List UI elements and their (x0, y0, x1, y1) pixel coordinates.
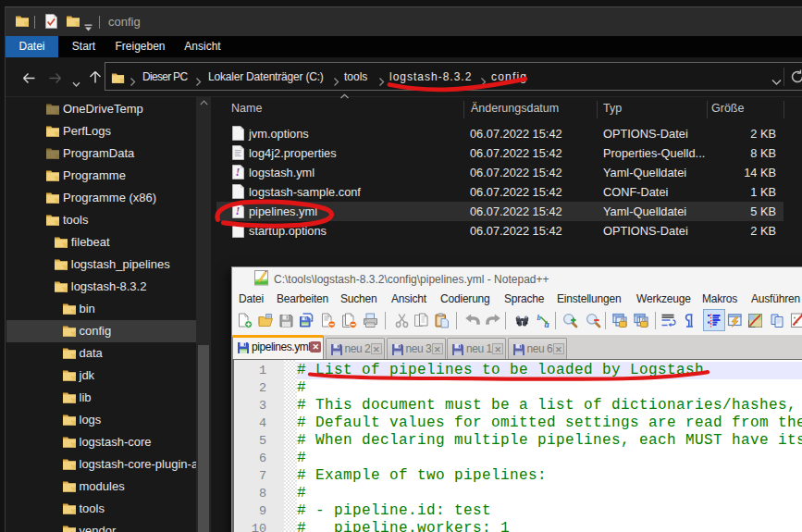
properties-quick-icon[interactable] (45, 14, 57, 32)
ribbon-tab-datei[interactable]: Datei (6, 36, 58, 57)
column-separator[interactable] (597, 101, 598, 118)
macro-record-icon[interactable] (791, 313, 802, 328)
zoom-in-icon[interactable] (562, 313, 578, 328)
tree-item[interactable]: tools (6, 209, 216, 231)
close-tab-icon[interactable]: ✕ (371, 343, 382, 354)
tree-item[interactable]: logstash-core-plugin-ap (6, 453, 216, 476)
editor-line[interactable]: # When declaring multiple pipelines, eac… (297, 432, 802, 450)
npp-menu-ansicht[interactable]: Ansicht (391, 289, 426, 309)
qat-customize-icon[interactable] (84, 19, 93, 35)
refresh-icon[interactable] (790, 69, 802, 88)
tree-item[interactable]: Programme (6, 165, 216, 187)
file-row[interactable]: logstash-sample.conf06.07.2022 15:42CONF… (216, 182, 783, 202)
tree-item[interactable]: modules (6, 476, 216, 498)
indent-guide-icon[interactable] (707, 313, 722, 328)
npp-tab-neu-6[interactable]: neu 6✕ (508, 338, 567, 359)
close-tab-icon[interactable]: ✕ (432, 343, 443, 354)
editor-line[interactable]: # - pipeline.id: test (297, 502, 802, 520)
tree-item[interactable]: logs (6, 409, 216, 431)
zoom-out-icon[interactable] (586, 313, 601, 328)
file-row[interactable]: startup.options06.07.2022 15:42OPTIONS-D… (216, 221, 783, 241)
column-separator[interactable] (783, 101, 784, 118)
tree-item[interactable]: logstash-core (6, 431, 216, 453)
redo-icon[interactable] (486, 313, 501, 328)
function-list-icon[interactable] (727, 313, 743, 328)
column-header-gr-e[interactable]: Größe (711, 102, 744, 115)
copy-icon[interactable] (413, 313, 429, 328)
npp-menu-makros[interactable]: Makros (702, 289, 737, 309)
tree-item[interactable]: config (6, 320, 216, 342)
new-file-icon[interactable] (237, 313, 253, 328)
npp-menu-werkzeuge[interactable]: Werkzeuge (636, 289, 691, 309)
sync-vertical-icon[interactable] (612, 313, 628, 328)
document-map-icon[interactable] (747, 313, 763, 328)
column-separator[interactable] (463, 101, 464, 118)
editor-line[interactable]: # This document must be a list of dictio… (297, 397, 802, 414)
close-all-icon[interactable] (341, 313, 357, 328)
breadcrumb-item[interactable]: Dieser PC (142, 70, 187, 83)
npp-menu-datei[interactable]: Datei (239, 289, 264, 309)
npp-tab-neu-2[interactable]: neu 2✕ (326, 338, 385, 359)
npp-tab-neu-3[interactable]: neu 3✕ (387, 338, 446, 359)
new-folder-quick-icon[interactable] (66, 14, 80, 32)
ribbon-tab-start[interactable]: Start (58, 36, 109, 57)
tree-item[interactable]: tools (6, 498, 216, 520)
breadcrumb-item[interactable]: logstash-8.3.2 (389, 70, 472, 83)
close-icon[interactable] (320, 313, 336, 328)
breadcrumb-item[interactable]: config (491, 70, 527, 83)
close-tab-icon[interactable]: ✕ (310, 341, 321, 353)
npp-tab-neu-1[interactable]: neu 1✕ (447, 338, 506, 359)
tree-item[interactable]: OneDriveTemp (6, 98, 216, 120)
recent-locations-icon[interactable] (72, 75, 80, 92)
undo-icon[interactable] (464, 313, 480, 328)
file-row[interactable]: jvm.options06.07.2022 15:42OPTIONS-Datei… (216, 124, 783, 143)
breadcrumb-item[interactable]: Lokaler Datenträger (C:) (208, 70, 324, 83)
tree-item[interactable]: vendor (6, 520, 216, 532)
tree-item[interactable]: logstash-8.3.2 (6, 276, 216, 298)
column-separator[interactable] (707, 101, 708, 118)
tree-item[interactable]: lib (6, 387, 216, 409)
word-wrap-icon[interactable] (660, 313, 676, 328)
cut-icon[interactable] (394, 313, 410, 328)
npp-menu-sprache[interactable]: Sprache (504, 289, 544, 309)
editor-line[interactable]: # List of pipelines to be loaded by Logs… (297, 362, 802, 379)
tree-item[interactable]: bin (6, 298, 216, 320)
save-icon[interactable] (278, 313, 294, 328)
tree-item[interactable]: logstash_pipelines (6, 254, 216, 276)
npp-tab-pipelines.yml[interactable]: pipelines.yml✕ (232, 335, 324, 359)
tree-item[interactable]: filebeat (6, 231, 216, 254)
breadcrumb-item[interactable]: tools (344, 70, 367, 83)
tree-item[interactable]: Programme (x86) (6, 187, 216, 209)
close-tab-icon[interactable]: ✕ (492, 343, 503, 354)
npp-menu-ausf-hren[interactable]: Ausführen (751, 289, 800, 309)
paste-icon[interactable] (434, 313, 450, 328)
close-tab-icon[interactable]: ✕ (553, 343, 564, 354)
column-header-name[interactable]: Name (231, 102, 262, 115)
editor-line[interactable]: # (297, 450, 802, 467)
sidebar-scroll-up-icon[interactable] (200, 100, 208, 105)
print-icon[interactable] (363, 313, 378, 328)
address-bar[interactable]: Dieser PCLokaler Datenträger (C:)toolslo… (105, 62, 802, 91)
replace-icon[interactable]: ba (537, 313, 552, 328)
open-file-icon[interactable] (258, 313, 274, 328)
editor-line[interactable]: # pipeline.workers: 1 (297, 520, 802, 532)
npp-menu-suchen[interactable]: Suchen (340, 289, 377, 309)
npp-editor[interactable]: # List of pipelines to be loaded by Logs… (232, 359, 802, 532)
file-row[interactable]: log4j2.properties06.07.2022 15:42Propert… (216, 143, 783, 163)
ribbon-tab-ansicht[interactable]: Ansicht (171, 36, 234, 57)
tree-item[interactable]: PerfLogs (6, 120, 216, 142)
editor-line[interactable]: # (297, 485, 802, 502)
editor-line[interactable]: # (297, 379, 802, 397)
sidebar-scrollbar-thumb[interactable] (198, 345, 209, 532)
editor-line[interactable]: # Default values for omitted settings ar… (297, 414, 802, 432)
sidebar-scrollbar[interactable] (196, 97, 211, 532)
save-all-icon[interactable] (299, 313, 315, 328)
npp-menu-einstellungen[interactable]: Einstellungen (557, 289, 621, 309)
show-all-characters-icon[interactable] (683, 313, 698, 328)
doc-switcher-icon[interactable] (770, 313, 785, 328)
editor-line[interactable]: # Example of two pipelines: (297, 467, 802, 485)
address-dropdown-icon[interactable] (771, 73, 782, 90)
tree-item[interactable]: data (6, 342, 216, 365)
up-icon[interactable] (89, 70, 102, 88)
npp-menu-codierung[interactable]: Codierung (440, 289, 490, 309)
